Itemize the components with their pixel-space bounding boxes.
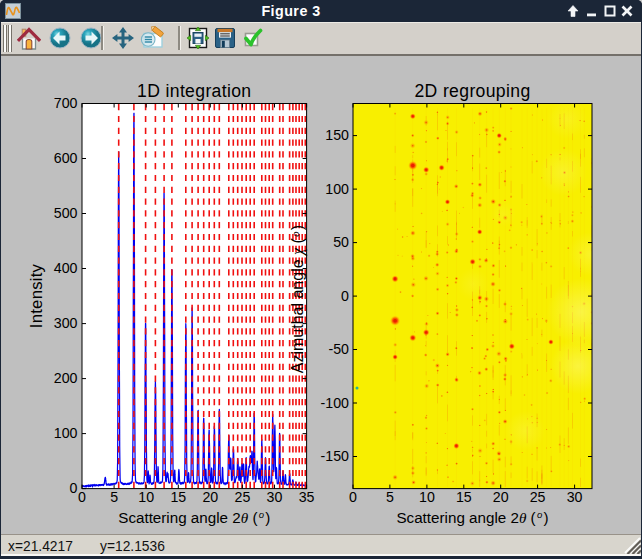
svg-text:-150: -150	[321, 448, 350, 464]
svg-text:30: 30	[567, 489, 583, 505]
svg-text:-50: -50	[328, 341, 349, 357]
svg-text:400: 400	[54, 260, 78, 276]
svg-text:1D integration: 1D integration	[137, 81, 251, 101]
svg-text:25: 25	[530, 489, 546, 505]
svg-text:0: 0	[70, 480, 78, 496]
svg-text:10: 10	[138, 489, 154, 505]
svg-text:5: 5	[386, 489, 394, 505]
svg-text:100: 100	[325, 181, 349, 197]
svg-text:10: 10	[419, 489, 435, 505]
svg-text:5: 5	[110, 489, 118, 505]
svg-text:0: 0	[349, 489, 357, 505]
svg-text:25: 25	[235, 489, 251, 505]
svg-text:Intensity: Intensity	[27, 263, 46, 328]
svg-text:700: 700	[54, 95, 78, 111]
svg-text:15: 15	[170, 489, 186, 505]
svg-text:30: 30	[267, 489, 283, 505]
svg-text:50: 50	[333, 234, 349, 250]
svg-text:0: 0	[78, 489, 86, 505]
svg-text:2D regrouping: 2D regrouping	[414, 81, 530, 101]
svg-text:35: 35	[299, 489, 315, 505]
svg-text:20: 20	[202, 489, 218, 505]
svg-text:0: 0	[341, 288, 349, 304]
svg-text:15: 15	[456, 489, 472, 505]
svg-text:600: 600	[54, 150, 78, 166]
svg-text:150: 150	[325, 127, 349, 143]
svg-text:-100: -100	[321, 395, 350, 411]
svg-text:20: 20	[493, 489, 509, 505]
svg-text:500: 500	[54, 205, 78, 221]
svg-text:300: 300	[54, 315, 78, 331]
svg-text:Azimuthal angle χ ( o ): Azimuthal angle χ ( o )	[285, 225, 307, 373]
svg-text:200: 200	[54, 370, 78, 386]
svg-text:100: 100	[54, 425, 78, 441]
